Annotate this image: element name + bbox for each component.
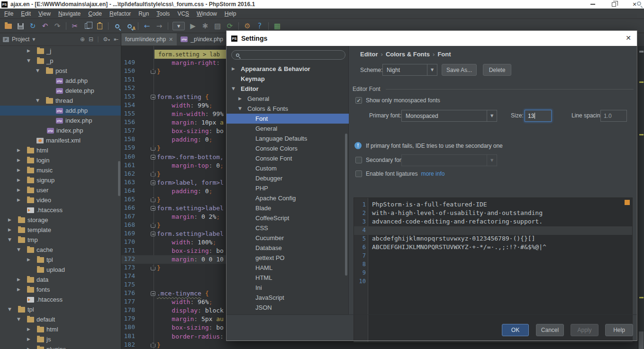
settings-item-cucumber[interactable]: Cucumber — [227, 233, 349, 243]
chevron-down-icon[interactable]: ▼ — [32, 37, 35, 42]
tree-item-login[interactable]: ▶login — [0, 155, 121, 165]
tree-item--j[interactable]: ▶_j — [0, 46, 121, 56]
settings-item-json[interactable]: JSON — [227, 303, 349, 313]
tree-item--htaccess[interactable]: .htaccess — [0, 295, 121, 304]
fold-marker-icon[interactable] — [151, 266, 155, 270]
chevron-right-icon[interactable]: ▶ — [17, 168, 20, 172]
settings-item-haml[interactable]: HAML — [227, 263, 349, 273]
settings-tree-scrollbar[interactable] — [345, 134, 347, 276]
tree-item-cache[interactable]: ▼cache — [0, 245, 121, 255]
primary-font-select[interactable]: Monospaced ▼ — [401, 110, 497, 122]
back-icon[interactable]: ← — [141, 20, 153, 32]
fold-marker-icon[interactable] — [151, 223, 155, 228]
chevron-down-icon[interactable]: ▼ — [36, 68, 39, 73]
checkbox-unchecked-icon[interactable] — [355, 170, 362, 177]
tree-item-tmp[interactable]: ▼tmp — [0, 235, 121, 245]
redo-icon[interactable]: ↷ — [51, 20, 63, 32]
tree-item-js[interactable]: ▶js — [0, 334, 121, 344]
minimize-button[interactable] — [583, 0, 602, 9]
collapse-all-icon[interactable]: ⊟ — [89, 36, 93, 43]
settings-item-debugger[interactable]: Debugger — [227, 173, 349, 183]
tree-item-delete-php[interactable]: phpdelete.php — [0, 86, 121, 96]
gear-icon[interactable]: ⚙▾ — [103, 36, 110, 43]
tree-item-html[interactable]: ▶html — [0, 145, 121, 155]
undo-icon[interactable]: ↶ — [39, 20, 51, 32]
tree-item-storage[interactable]: ▶storage — [0, 215, 121, 225]
fold-marker-icon[interactable] — [151, 180, 155, 185]
settings-item-font[interactable]: Font — [227, 114, 349, 124]
menu-tools[interactable]: Tools — [153, 9, 173, 18]
tree-item-add-php[interactable]: phpadd.php — [0, 106, 121, 116]
save-all-icon[interactable] — [14, 20, 27, 32]
menu-view[interactable]: View — [35, 9, 54, 18]
scheme-select[interactable]: Night ▼ — [382, 64, 437, 76]
menu-code[interactable]: Code — [84, 9, 106, 18]
error-stripe[interactable] — [637, 46, 644, 349]
settings-item-general[interactable]: ▶General — [227, 94, 349, 104]
settings-item-blade[interactable]: Blade — [227, 203, 349, 213]
tree-item-user[interactable]: ▶user — [0, 185, 121, 195]
close-tab-icon[interactable]: ✕ — [169, 36, 173, 43]
editor-tab[interactable]: forum\index.php✕ — [121, 33, 177, 45]
fold-marker-icon[interactable] — [151, 172, 155, 177]
breadcrumb-item[interactable]: Font — [437, 51, 451, 58]
tree-item-music[interactable]: ▶music — [0, 165, 121, 175]
ligatures-checkbox-row[interactable]: Enable font ligatures more info — [355, 170, 444, 177]
tree-item-signup[interactable]: ▶signup — [0, 175, 121, 185]
settings-item-colors---fonts[interactable]: ▼Colors & Fonts — [227, 104, 349, 114]
menu-vcs[interactable]: VCS — [173, 9, 193, 18]
settings-item-database[interactable]: Database — [227, 243, 349, 253]
warning-mark[interactable] — [639, 134, 644, 135]
run-icon[interactable]: ▶ — [187, 20, 199, 32]
settings-item-custom[interactable]: Custom — [227, 163, 349, 173]
fold-marker-icon[interactable] — [151, 95, 155, 99]
menu-window[interactable]: Window — [193, 9, 221, 18]
tree-item--htaccess[interactable]: .htaccess — [0, 205, 121, 215]
settings-item-keymap[interactable]: Keymap — [227, 74, 349, 84]
settings-item-php[interactable]: PHP — [227, 183, 349, 193]
settings-item-appearance---behavior[interactable]: ▶Appearance & Behavior — [227, 64, 349, 74]
chevron-right-icon[interactable]: ▶ — [17, 148, 20, 152]
settings-item-css[interactable]: CSS — [227, 223, 349, 233]
cut-icon[interactable]: ✂ — [69, 20, 81, 32]
chevron-right-icon[interactable]: ▶ — [17, 178, 20, 182]
settings-item-editor[interactable]: ▼Editor — [227, 84, 349, 94]
settings-close-icon[interactable]: ✕ — [626, 34, 631, 42]
chevron-right-icon[interactable]: ▶ — [17, 197, 20, 202]
menu-file[interactable]: File — [0, 9, 17, 18]
settings-item-javascript[interactable]: JavaScript — [227, 293, 349, 303]
editor-tab[interactable]: php_p\index.php — [177, 33, 227, 45]
chevron-right-icon[interactable]: ▶ — [8, 227, 11, 232]
chevron-right-icon[interactable]: ▶ — [17, 158, 20, 162]
tree-item-html[interactable]: ▶html — [0, 324, 121, 334]
tree-item-template[interactable]: ▶template — [0, 225, 121, 235]
forward-icon[interactable]: → — [153, 20, 165, 32]
paste-icon[interactable] — [93, 20, 106, 32]
tree-item--p[interactable]: ▼_p — [0, 56, 121, 66]
ok-button[interactable]: OK — [502, 324, 529, 336]
copy-icon[interactable] — [81, 20, 93, 32]
chevron-right-icon[interactable]: ▶ — [17, 287, 20, 292]
tree-item-data[interactable]: ▶data — [0, 275, 121, 285]
tree-item-plugins[interactable]: ▶plugins — [0, 344, 121, 349]
settings-search-input[interactable] — [231, 50, 345, 60]
help-button[interactable]: Help — [605, 324, 633, 336]
fold-marker-icon[interactable] — [151, 291, 155, 296]
fold-marker-icon[interactable] — [151, 197, 155, 202]
fold-marker-icon[interactable] — [151, 206, 155, 211]
secondary-font-checkbox-row[interactable]: Secondary font: — [355, 157, 406, 163]
run-with-coverage-icon[interactable]: ▨ — [211, 20, 224, 32]
checkbox-checked-icon[interactable]: ✓ — [355, 97, 362, 104]
search-everywhere-icon[interactable] — [637, 1, 641, 6]
settings-item-general[interactable]: General — [227, 124, 349, 134]
settings-item-console-font[interactable]: Console Font — [227, 153, 349, 163]
locate-icon[interactable]: ⊕ — [80, 36, 85, 43]
settings-item-html[interactable]: HTML — [227, 273, 349, 283]
tree-item-tpl[interactable]: ▼tpl — [0, 304, 121, 314]
breadcrumb-item[interactable]: Colors & Fonts — [386, 51, 430, 58]
chevron-right-icon[interactable]: ▶ — [238, 96, 242, 101]
settings-item-console-colors[interactable]: Console Colors — [227, 143, 349, 153]
tree-item-fonts[interactable]: ▶fonts — [0, 285, 121, 295]
menu-run[interactable]: Run — [135, 9, 153, 18]
debug-icon[interactable]: ✱ — [199, 20, 211, 32]
